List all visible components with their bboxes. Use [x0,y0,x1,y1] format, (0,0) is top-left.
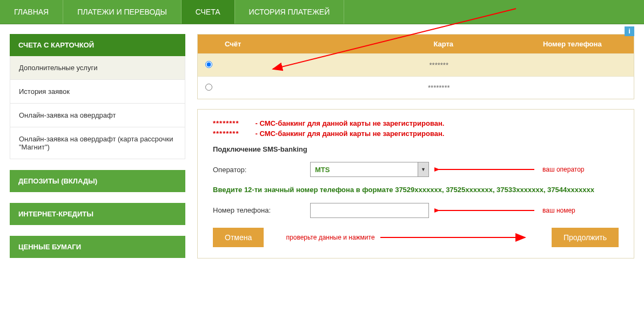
operator-value: MTS [315,166,330,174]
operator-label: Оператор: [213,166,305,174]
annotation-phone-text: ваш номер [542,207,575,214]
operator-row: Оператор: MTS ▼ ваш оператор [213,162,619,177]
phone-label: Номер телефона: [213,206,305,214]
table-row[interactable]: ******** [198,76,634,99]
card-mask: ******** [370,78,508,97]
annotation-check-text: проверьте данные и нажмите [286,234,375,241]
sidebar-item-request-history[interactable]: История заявок [10,80,185,104]
sidebar-item-overdraft[interactable]: Онлайн-заявка на овердрафт [10,104,185,127]
warning-line: ******** - СМС-банкинг для данной карты … [213,130,619,138]
continue-button[interactable]: Продолжить [552,228,619,247]
col-header-account: Счёт [198,35,376,53]
top-nav: ГЛАВНАЯ ПЛАТЕЖИ И ПЕРЕВОДЫ СЧЕТА ИСТОРИЯ… [0,0,644,24]
warning-text: - СМС-банкинг для данной карты не зареги… [255,130,444,138]
sidebar-block-credits[interactable]: ИНТЕРНЕТ-КРЕДИТЫ [10,203,185,225]
nav-payments[interactable]: ПЛАТЕЖИ И ПЕРЕВОДЫ [63,0,182,24]
phone-format-hint: Введите 12-ти значный номер телефона в ф… [213,185,619,195]
warning-text: - СМС-банкинг для данной карты не зареги… [255,119,444,127]
sidebar-block-deposits[interactable]: ДЕПОЗИТЫ (ВКЛАДЫ) [10,170,185,192]
annotation-arrow-operator [434,164,537,175]
sms-panel: ******** - СМС-банкинг для данной карты … [197,109,634,258]
operator-select[interactable]: MTS ▼ [310,162,429,177]
warning-mask: ******** [213,119,239,127]
row-radio[interactable] [205,84,212,91]
sidebar-item-overdraft-magnit[interactable]: Онлайн-заявка на овердрафт (карта рассро… [10,127,185,159]
sidebar-item-extra-services[interactable]: Дополнительные услуги [10,56,185,80]
chevron-down-icon[interactable]: ▼ [418,162,428,176]
warning-line: ******** - СМС-банкинг для данной карты … [213,119,619,127]
sidebar-block-securities[interactable]: ЦЕННЫЕ БУМАГИ [10,236,185,258]
card-mask: ******* [370,56,508,74]
col-header-phone: Номер телефона [511,35,634,53]
nav-main[interactable]: ГЛАВНАЯ [0,0,63,24]
annotation-arrow-continue [378,233,529,242]
annotation-operator-text: ваш оператор [542,166,585,173]
accounts-table: Счёт Карта Номер телефона ******* ******… [197,34,634,99]
sidebar-head-accounts-card[interactable]: СЧЕТА С КАРТОЧКОЙ [10,34,185,56]
table-row[interactable]: ******* [198,53,634,76]
sms-section-title: Подключение SMS-banking [213,145,619,153]
nav-accounts[interactable]: СЧЕТА [182,0,235,24]
phone-row: Номер телефона: ваш номер [213,203,619,218]
cancel-button[interactable]: Отмена [213,228,264,247]
row-radio[interactable] [205,61,212,68]
main-content: i Счёт Карта Номер телефона ******* ****… [197,34,634,258]
warning-mask: ******** [213,130,239,138]
sidebar: СЧЕТА С КАРТОЧКОЙ Дополнительные услуги … [10,34,185,258]
phone-input[interactable] [310,203,429,218]
col-header-card: Карта [376,35,511,53]
info-icon[interactable]: i [625,26,634,36]
annotation-arrow-phone [434,205,537,216]
nav-history[interactable]: ИСТОРИЯ ПЛАТЕЖЕЙ [235,0,345,24]
